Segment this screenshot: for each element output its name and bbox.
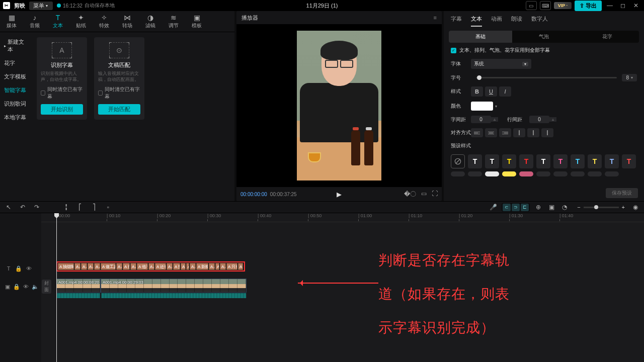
subtitle-clip[interactable]: A 做工真 — [101, 263, 116, 270]
preset-bar-8[interactable] — [588, 171, 602, 176]
subtab-基础[interactable]: 基础 — [449, 31, 512, 43]
tooltab-贴纸[interactable]: ✦贴纸 — [69, 11, 93, 32]
vip-button[interactable]: VIP · — [554, 2, 572, 9]
subtitle-clip[interactable]: A A — [190, 263, 196, 270]
preview-render-icon[interactable]: ▣ — [547, 204, 556, 211]
subtitle-clip[interactable]: A A — [74, 263, 80, 270]
subtitle-clip[interactable]: A 新能 — [196, 263, 208, 270]
subtitle-clip[interactable]: A A — [209, 263, 215, 270]
playhead[interactable] — [56, 213, 57, 362]
fullscreen-icon[interactable]: ⛶ — [432, 190, 438, 199]
mic-icon[interactable]: 🎤 — [489, 204, 498, 211]
card-checkbox[interactable]: 同时清空已有字幕 — [41, 86, 83, 100]
underline-button[interactable]: U — [485, 86, 497, 97]
preset-bar-0[interactable] — [451, 171, 465, 176]
subtab-气泡[interactable]: 气泡 — [512, 31, 576, 43]
subtitle-clip[interactable]: A 还有 — [155, 263, 166, 270]
play-button[interactable]: ▶ — [337, 191, 342, 198]
split-icon[interactable]: ╏ — [61, 204, 70, 211]
preset-7[interactable]: T — [588, 154, 602, 168]
align-left[interactable] — [471, 128, 483, 137]
sidebar-item-花字[interactable]: 花字 — [0, 56, 33, 70]
close-icon[interactable]: ✕ — [631, 2, 641, 9]
menu-button[interactable]: 菜单 — [29, 2, 53, 10]
inspector-tab-文本[interactable]: 文本 — [471, 15, 482, 27]
align-center[interactable] — [485, 128, 497, 137]
subtab-花字[interactable]: 花字 — [576, 31, 639, 43]
preset-bar-1[interactable] — [468, 171, 482, 176]
card-action-button[interactable]: 开始识别 — [41, 104, 83, 115]
preset-4[interactable]: T — [536, 154, 550, 168]
subtitle-clip[interactable]: A A — [220, 263, 226, 270]
export-button[interactable]: ⇪ 导出 — [575, 1, 602, 11]
preset-6[interactable]: T — [571, 154, 585, 168]
split-left-icon[interactable]: ⎡ — [75, 204, 85, 211]
cursor-tool-icon[interactable]: ↖ — [4, 204, 13, 211]
preset-2[interactable]: T — [502, 154, 516, 168]
subtitle-clip[interactable]: A 8 — [215, 263, 219, 270]
tooltab-调节[interactable]: ≋调节 — [162, 11, 185, 32]
preset-1[interactable]: T — [485, 154, 499, 168]
sidebar-item-新建文本[interactable]: 新建文本 — [0, 35, 33, 56]
preset-bar-2[interactable] — [485, 171, 499, 176]
player-menu-icon[interactable]: ≡ — [434, 15, 437, 21]
tooltab-媒体[interactable]: ▦媒体 — [0, 11, 23, 32]
shortcut-icon[interactable]: ⌨ — [540, 1, 551, 10]
inspector-tab-数字人[interactable]: 数字人 — [531, 15, 548, 27]
preset-bar-3[interactable] — [502, 171, 516, 176]
subtitle-clip[interactable]: A A — [88, 263, 94, 270]
snap-3[interactable]: ⊏ — [521, 204, 529, 211]
lineheight-step[interactable]: ▵ — [549, 117, 556, 122]
subtitle-clip[interactable]: A A — [81, 263, 87, 270]
zoom-fit-icon[interactable]: ◉ — [631, 204, 640, 211]
card-action-button[interactable]: 开始匹配 — [98, 104, 140, 115]
subtitle-clip[interactable]: A A — [186, 263, 189, 270]
tooltab-滤镜[interactable]: ◑滤镜 — [139, 11, 162, 32]
video-track[interactable]: A001.mp4 00:00:08:20A001.mp4 00:00:29:03 — [56, 279, 247, 299]
preset-5[interactable]: T — [553, 154, 568, 168]
preset-bar-6[interactable] — [553, 171, 568, 176]
tooltab-文本[interactable]: T文本 — [46, 11, 69, 32]
spacing-step[interactable]: ▵ — [491, 117, 498, 122]
sidebar-item-识别歌词[interactable]: 识别歌词 — [0, 97, 33, 111]
preset-8[interactable]: T — [605, 154, 619, 168]
layout-icon[interactable]: ▭ — [526, 1, 537, 10]
spacing-input[interactable]: 0 — [471, 116, 491, 123]
ratio-icon[interactable]: ▭ — [421, 190, 427, 199]
subtitle-clip[interactable]: A A — [181, 263, 186, 270]
player-viewport[interactable] — [236, 24, 442, 187]
font-select[interactable]: 系统▾ — [471, 59, 531, 69]
video-clip[interactable]: A001.mp4 00:00:29:03 — [101, 279, 247, 293]
minimize-icon[interactable]: — — [605, 2, 615, 9]
sidebar-item-智能字幕[interactable]: 智能字幕 — [0, 83, 33, 97]
align-v1[interactable] — [513, 128, 525, 137]
subtitle-clip[interactable]: A A — [238, 263, 243, 270]
preset-bar-7[interactable] — [571, 171, 585, 176]
align-v2[interactable] — [527, 128, 539, 137]
tooltab-音频[interactable]: ♪音频 — [23, 11, 46, 32]
italic-button[interactable]: I — [499, 86, 511, 97]
undo-icon[interactable]: ↶ — [18, 204, 27, 211]
delete-icon[interactable]: ▫ — [104, 204, 113, 211]
save-preset-button[interactable]: 保存预设 — [606, 188, 638, 198]
zoom-control[interactable]: − + ◉ — [577, 204, 640, 211]
track-toggle-icon[interactable]: ◔ — [560, 204, 569, 211]
preset-9[interactable]: T — [622, 154, 636, 168]
align-v3[interactable] — [541, 128, 553, 137]
bold-button[interactable]: B — [471, 86, 483, 97]
preset-none[interactable] — [451, 154, 465, 168]
inspector-tab-动画[interactable]: 动画 — [491, 15, 502, 27]
lineheight-input[interactable]: 0 — [529, 116, 549, 123]
apply-all-checkbox[interactable]: ✓ — [451, 48, 456, 53]
preset-bar-4[interactable] — [519, 171, 533, 176]
color-swatch[interactable]: ▾ — [471, 102, 497, 111]
subtitle-clip[interactable]: A A — [116, 263, 122, 270]
preset-bar-5[interactable] — [536, 171, 550, 176]
subtitle-track[interactable]: A 抽烟喝A AA AA AA AA 做工真A AA 往A AA 他不A AA … — [56, 261, 245, 272]
subtitle-clip[interactable]: A 往 — [123, 263, 130, 270]
marker-icon[interactable]: ⊕ — [534, 204, 543, 211]
inspector-tab-字幕[interactable]: 字幕 — [451, 15, 462, 27]
time-ruler[interactable]: | 00:00| 00:10| 00:20| 00:30| 00:40| 00:… — [41, 213, 644, 222]
subtitle-clip[interactable]: A A — [148, 263, 154, 270]
subtitle-clip[interactable]: A 打 — [173, 263, 180, 270]
